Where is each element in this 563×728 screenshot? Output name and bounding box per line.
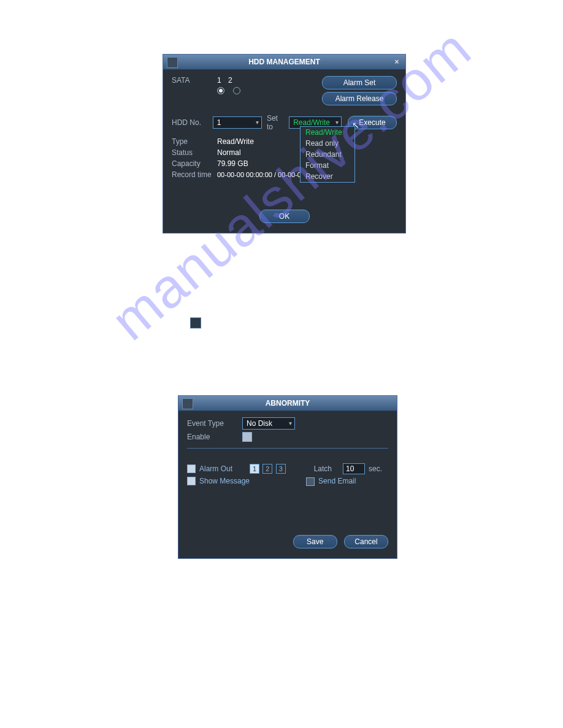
type-value: Read/Write: [217, 137, 254, 146]
standalone-icon: [190, 317, 201, 328]
set-to-option-readonly[interactable]: Read only: [301, 138, 354, 149]
recordtime-label: Record time: [172, 170, 217, 179]
sata-label: SATA: [172, 76, 217, 85]
set-to-option-redundant[interactable]: Redundant: [301, 149, 354, 160]
event-type-select[interactable]: No Disk: [242, 417, 295, 430]
alarm-out-3[interactable]: 3: [276, 464, 286, 474]
status-value: Normal: [217, 148, 241, 157]
event-type-label: Event Type: [187, 419, 242, 428]
sata-radio-2[interactable]: [233, 87, 240, 94]
save-button[interactable]: Save: [293, 535, 337, 548]
status-label: Status: [172, 148, 217, 157]
hdd-management-dialog: HDD MANAGEMENT × SATA 1 2 Alarm Set Alar…: [163, 54, 406, 233]
divider: [187, 448, 388, 449]
set-to-dropdown: Read/Write Read only Redundant Format Re…: [300, 126, 355, 183]
titlebar: ABNORMITY: [178, 396, 397, 411]
abnormity-dialog: ABNORMITY Event Type No Disk Enable Alar…: [178, 395, 397, 559]
alarm-out-2[interactable]: 2: [262, 464, 272, 474]
dialog-title: ABNORMITY: [266, 399, 310, 408]
cursor-icon: ↖: [352, 120, 359, 130]
alarm-out-checkbox[interactable]: [187, 464, 196, 473]
set-to-option-recover[interactable]: Recover: [301, 171, 354, 182]
system-icon: [167, 57, 178, 68]
alarm-out-label: Alarm Out: [199, 464, 243, 473]
send-email-checkbox[interactable]: [306, 477, 315, 486]
dialog-title: HDD MANAGEMENT: [248, 58, 320, 66]
hdd-no-label: HDD No.: [172, 118, 213, 127]
alarm-set-button[interactable]: Alarm Set: [322, 76, 397, 89]
titlebar: HDD MANAGEMENT ×: [163, 55, 405, 70]
latch-label: Latch: [314, 464, 332, 473]
send-email-label: Send Email: [318, 477, 356, 485]
enable-label: Enable: [187, 433, 242, 441]
set-to-option-readwrite[interactable]: Read/Write: [301, 127, 354, 138]
set-to-label: Set to: [267, 114, 284, 131]
cancel-button[interactable]: Cancel: [344, 535, 388, 548]
system-icon: [182, 398, 193, 409]
sata-col-2: 2: [228, 76, 239, 85]
close-icon[interactable]: ×: [392, 57, 402, 67]
show-message-label: Show Message: [199, 477, 250, 485]
latch-unit: sec.: [369, 464, 382, 473]
ok-button[interactable]: OK: [259, 210, 310, 223]
capacity-value: 79.99 GB: [217, 159, 248, 168]
alarm-out-1[interactable]: 1: [250, 464, 259, 474]
hdd-no-select[interactable]: 1: [213, 116, 262, 129]
show-message-checkbox[interactable]: [187, 477, 196, 485]
type-label: Type: [172, 137, 217, 146]
sata-col-1: 1: [217, 76, 228, 85]
capacity-label: Capacity: [172, 159, 217, 168]
set-to-option-format[interactable]: Format: [301, 160, 354, 171]
alarm-release-button[interactable]: Alarm Release: [322, 92, 397, 105]
sata-radio-1[interactable]: [217, 87, 224, 94]
latch-input[interactable]: 10: [343, 463, 365, 474]
enable-checkbox[interactable]: [242, 432, 252, 442]
